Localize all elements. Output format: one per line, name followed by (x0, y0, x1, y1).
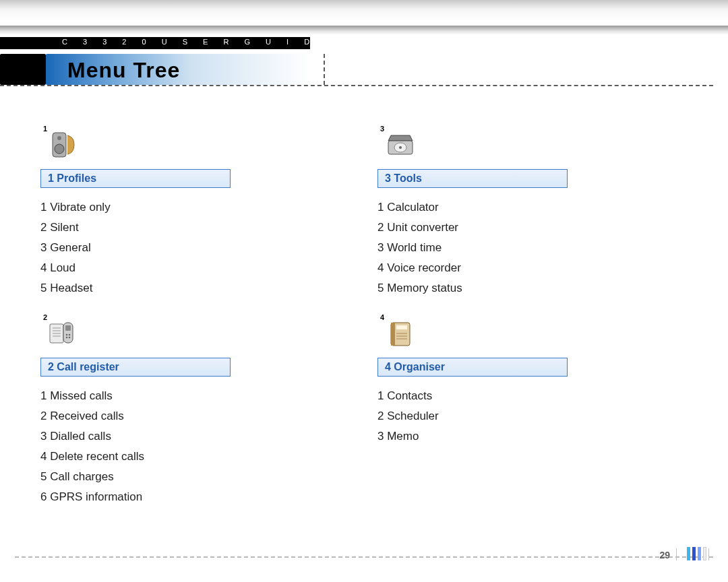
section-index: 2 (43, 313, 47, 321)
section-header-call-register: 2 Call register (40, 358, 231, 377)
left-column: 1 1 Profiles 1 Vibrate only 2 Silent 3 G… (40, 125, 297, 507)
section-list-organiser: 1 Contacts 2 Scheduler 3 Memo (377, 386, 634, 447)
svg-rect-19 (396, 325, 407, 329)
list-item: 4 Delete recent calls (40, 447, 297, 467)
list-item: 3 Memo (377, 426, 634, 447)
svg-rect-9 (65, 325, 71, 331)
list-item: 3 Dialled calls (40, 426, 297, 447)
svg-point-11 (69, 334, 71, 336)
section-list-tools: 1 Calculator 2 Unit converter 3 World ti… (377, 197, 634, 298)
section-list-profiles: 1 Vibrate only 2 Silent 3 General 4 Loud… (40, 197, 297, 298)
speaker-icon (47, 129, 80, 161)
footer-separator-right (708, 548, 709, 560)
list-item: 3 World time (377, 238, 634, 258)
briefcase-icon (384, 129, 417, 161)
top-gradient-band (0, 26, 728, 35)
header-small-text: C 3 3 2 0 U S E R G U I D E (62, 38, 337, 46)
page: C 3 3 2 0 U S E R G U I D E Menu Tree 1 … (0, 0, 728, 582)
section-header-profiles: 1 Profiles (40, 169, 231, 188)
list-item: 6 GPRS information (40, 487, 297, 507)
list-item: 2 Unit converter (377, 218, 634, 238)
list-item: 4 Loud (40, 258, 297, 278)
footer-color-bars (687, 547, 706, 560)
section-icon-wrap: 3 (377, 125, 634, 165)
bar-lightblue (698, 547, 701, 560)
section-header-organiser: 4 Organiser (377, 358, 568, 377)
list-item: 1 Contacts (377, 386, 634, 406)
list-item: 5 Headset (40, 278, 297, 298)
section-icon-wrap: 4 (377, 313, 634, 354)
section-icon-wrap: 1 (40, 125, 297, 165)
footer-separator-left (676, 548, 677, 560)
section-list-call-register: 1 Missed calls 2 Received calls 3 Dialle… (40, 386, 297, 507)
section-icon-wrap: 2 (40, 313, 297, 354)
list-item: 5 Memory status (377, 278, 634, 298)
list-item: 5 Call charges (40, 467, 297, 487)
list-item: 1 Missed calls (40, 386, 297, 406)
page-number: 29 (659, 550, 670, 560)
top-dashed-rule (0, 85, 713, 86)
phone-notes-icon (47, 317, 80, 350)
organiser-book-icon (384, 317, 417, 350)
svg-rect-18 (391, 323, 395, 346)
list-item: 2 Received calls (40, 406, 297, 426)
svg-point-1 (55, 144, 64, 154)
section-index: 3 (380, 125, 384, 133)
section-index: 1 (43, 125, 47, 133)
list-item: 1 Vibrate only (40, 197, 297, 218)
list-item: 3 General (40, 238, 297, 258)
vertical-dash (324, 54, 325, 85)
svg-point-13 (69, 337, 71, 339)
svg-point-10 (66, 334, 68, 336)
bar-cyan (687, 547, 690, 560)
list-item: 2 Scheduler (377, 406, 634, 426)
page-title: Menu Tree (67, 58, 180, 83)
bar-blue (692, 547, 696, 560)
bottom-dashed-rule (15, 556, 713, 558)
bar-outline (703, 547, 706, 560)
list-item: 2 Silent (40, 218, 297, 238)
svg-point-2 (57, 136, 61, 140)
title-black-block (0, 54, 46, 85)
section-header-tools: 3 Tools (377, 169, 568, 188)
right-column: 3 3 Tools 1 Calculator 2 Unit converter … (377, 125, 634, 507)
list-item: 1 Calculator (377, 197, 634, 218)
svg-point-16 (399, 146, 402, 149)
svg-point-12 (66, 337, 68, 339)
section-index: 4 (380, 313, 384, 321)
list-item: 4 Voice recorder (377, 258, 634, 278)
content-columns: 1 1 Profiles 1 Vibrate only 2 Silent 3 G… (40, 125, 701, 507)
